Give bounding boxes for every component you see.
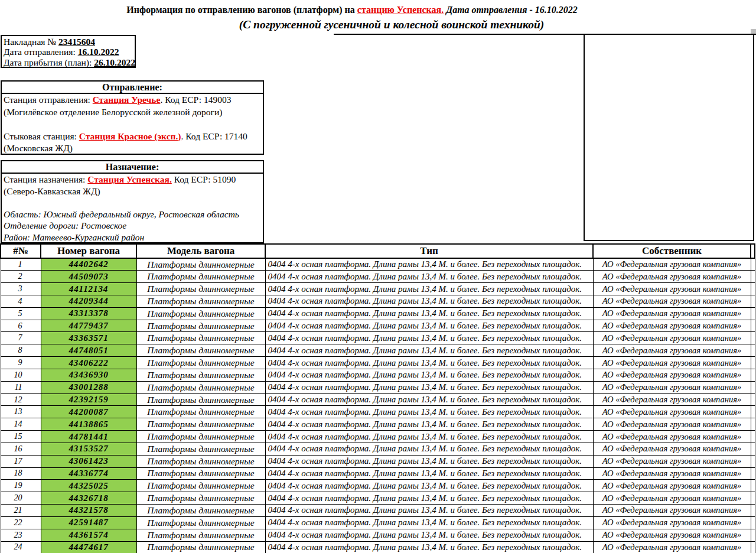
header-edge-strip bbox=[751, 244, 755, 258]
departure-station-line: Станция отправления: Станция Уречье. Код… bbox=[4, 94, 263, 106]
wagon-model-cell: Платформы длинномерные bbox=[136, 529, 265, 541]
destination-station-line: Станция назначения: Станция Успенская. К… bbox=[4, 174, 263, 186]
table-header-row: #№ Номер вагона Модель вагона Тип Собств… bbox=[1, 244, 755, 258]
wagon-type-cell: 0404 4-х осная платформа. Длина рамы 13,… bbox=[265, 357, 593, 369]
row-number-cell: 16 bbox=[1, 443, 41, 455]
table-row: 1844336774Платформы длинномерные0404 4-х… bbox=[1, 467, 755, 480]
edge-strip-cell bbox=[751, 332, 755, 344]
waybill-number-line: Накладная № 23415604 bbox=[4, 37, 135, 47]
wagon-owner-cell: АО «Федеральная грузовая компания» bbox=[593, 369, 751, 381]
wagon-model-cell: Платформы длинномерные bbox=[136, 393, 265, 406]
wagon-type-cell: 0404 4-х осная платформа. Длина рамы 13,… bbox=[265, 307, 593, 320]
wagon-number-cell: 43313378 bbox=[41, 307, 136, 320]
edge-strip-cell bbox=[751, 443, 755, 455]
edge-strip-cell bbox=[751, 344, 755, 357]
table-row: 743363571Платформы длинномерные0404 4-х … bbox=[1, 332, 755, 344]
wagon-number-cell: 44781441 bbox=[41, 431, 136, 443]
corner-gray-cell bbox=[751, 29, 756, 34]
wagon-type-cell: 0404 4-х осная платформа. Длина рамы 13,… bbox=[265, 369, 593, 381]
wagon-type-cell: 0404 4-х осная платформа. Длина рамы 13,… bbox=[265, 271, 593, 283]
spacer-line bbox=[4, 118, 263, 131]
row-number-cell: 2 bbox=[1, 271, 41, 283]
edge-strip-cell bbox=[751, 295, 755, 307]
wagon-number-cell: 44200087 bbox=[41, 406, 136, 418]
row-number-cell: 21 bbox=[1, 505, 41, 517]
wagon-owner-cell: АО «Федеральная грузовая компания» bbox=[593, 492, 751, 505]
wagon-number-cell: 43363571 bbox=[41, 332, 136, 344]
table-row: 2444474617Платформы длинномерные0404 4-х… bbox=[1, 541, 755, 553]
wagon-number-cell: 44112134 bbox=[41, 283, 136, 295]
wagon-owner-cell: АО «Федеральная грузовая компания» bbox=[593, 271, 751, 283]
table-row: 1544781441Платформы длинномерные0404 4-х… bbox=[1, 431, 755, 443]
wagon-number-cell: 44402642 bbox=[41, 258, 136, 271]
table-row: 2344361574Платформы длинномерные0404 4-х… bbox=[1, 529, 755, 541]
table-row: 1444138865Платформы длинномерные0404 4-х… bbox=[1, 418, 755, 431]
edge-strip-cell bbox=[751, 492, 755, 505]
waybill-departure-label: Дата отправления: bbox=[4, 47, 78, 57]
row-number-cell: 14 bbox=[1, 418, 41, 431]
wagon-number-cell: 44321578 bbox=[41, 505, 136, 517]
edge-strip-cell bbox=[751, 393, 755, 406]
wagon-number-cell: 44474617 bbox=[41, 541, 136, 553]
wagon-type-cell: 0404 4-х осная платформа. Длина рамы 13,… bbox=[265, 283, 593, 295]
table-row: 344112134Платформы длинномерные0404 4-х … bbox=[1, 283, 755, 295]
wagon-owner-cell: АО «Федеральная грузовая компания» bbox=[593, 393, 751, 406]
wagon-model-cell: Платформы длинномерные bbox=[136, 406, 265, 418]
page-title: Информация по отправлению вагонов (платф… bbox=[0, 5, 704, 15]
wagon-type-cell: 0404 4-х осная платформа. Длина рамы 13,… bbox=[265, 320, 593, 332]
wagon-model-cell: Платформы длинномерные bbox=[136, 480, 265, 492]
departure-block-header: Отправление: bbox=[2, 82, 263, 94]
header-wagon-model: Модель вагона bbox=[136, 244, 265, 258]
waybill-info-box: Накладная № 23415604 Дата отправления: 1… bbox=[1, 35, 136, 68]
wagon-model-cell: Платформы длинномерные bbox=[136, 467, 265, 480]
wagon-model-cell: Платформы длинномерные bbox=[136, 443, 265, 455]
wagon-owner-cell: АО «Федеральная грузовая компания» bbox=[593, 406, 751, 418]
junction-station-label: Стыковая станция: bbox=[4, 131, 79, 141]
departure-station-label: Станция отправления: bbox=[4, 95, 93, 105]
table-row: 2242591487Платформы длинномерные0404 4-х… bbox=[1, 516, 755, 529]
header-wagon-number: Номер вагона bbox=[41, 244, 136, 258]
junction-station-line: Стыковая станция: Станция Красное (эксп.… bbox=[4, 131, 263, 143]
wagon-number-cell: 44336774 bbox=[41, 467, 136, 480]
row-number-cell: 20 bbox=[1, 492, 41, 505]
row-number-cell: 11 bbox=[1, 381, 41, 393]
row-number-cell: 24 bbox=[1, 541, 41, 553]
row-number-cell: 12 bbox=[1, 393, 41, 406]
table-row: 644779437Платформы длинномерные0404 4-х … bbox=[1, 320, 755, 332]
table-row: 943406222Платформы длинномерные0404 4-х … bbox=[1, 357, 755, 369]
row-number-cell: 7 bbox=[1, 332, 41, 344]
wagon-number-cell: 43436930 bbox=[41, 369, 136, 381]
wagon-type-cell: 0404 4-х осная платформа. Длина рамы 13,… bbox=[265, 467, 593, 480]
row-number-cell: 5 bbox=[1, 307, 41, 320]
edge-strip-cell bbox=[751, 431, 755, 443]
wagon-number-cell: 44779437 bbox=[41, 320, 136, 332]
wagon-number-cell: 44509073 bbox=[41, 271, 136, 283]
row-number-cell: 10 bbox=[1, 369, 41, 381]
wagon-owner-cell: АО «Федеральная грузовая компания» bbox=[593, 258, 751, 271]
row-number-cell: 19 bbox=[1, 480, 41, 492]
wagon-owner-cell: АО «Федеральная грузовая компания» bbox=[593, 320, 751, 332]
wagon-number-cell: 44325025 bbox=[41, 480, 136, 492]
wagon-number-cell: 42591487 bbox=[41, 516, 136, 529]
departure-station-link: Станция Уречье bbox=[93, 95, 161, 105]
edge-strip-cell bbox=[751, 307, 755, 320]
row-number-cell: 15 bbox=[1, 431, 41, 443]
wagon-number-cell: 43001288 bbox=[41, 381, 136, 393]
empty-right-box bbox=[584, 34, 754, 241]
wagon-owner-cell: АО «Федеральная грузовая компания» bbox=[593, 467, 751, 480]
wagon-type-cell: 0404 4-х осная платформа. Длина рамы 13,… bbox=[265, 258, 593, 271]
title-prefix: Информация по отправлению вагонов (платф… bbox=[126, 5, 357, 15]
row-number-cell: 22 bbox=[1, 516, 41, 529]
edge-strip-cell bbox=[751, 529, 755, 541]
edge-strip-cell bbox=[751, 467, 755, 480]
table-row: 1143001288Платформы длинномерные0404 4-х… bbox=[1, 381, 755, 393]
departure-station-note: (Могилёвское отделение Белорусской желез… bbox=[4, 106, 263, 119]
wagon-owner-cell: АО «Федеральная грузовая компания» bbox=[593, 418, 751, 431]
wagon-owner-cell: АО «Федеральная грузовая компания» bbox=[593, 307, 751, 320]
page-subtitle: (С погруженной гусеничной и колесной вои… bbox=[27, 18, 756, 31]
table-row: 2044326718Платформы длинномерные0404 4-х… bbox=[1, 492, 755, 505]
destination-station-note: (Северо-Кавказская ЖД) bbox=[4, 186, 263, 197]
table-row: 244509073Платформы длинномерные0404 4-х … bbox=[1, 271, 755, 283]
departure-station-code: . Код ЕСР: 149003 bbox=[160, 95, 231, 105]
wagon-model-cell: Платформы длинномерные bbox=[136, 492, 265, 505]
